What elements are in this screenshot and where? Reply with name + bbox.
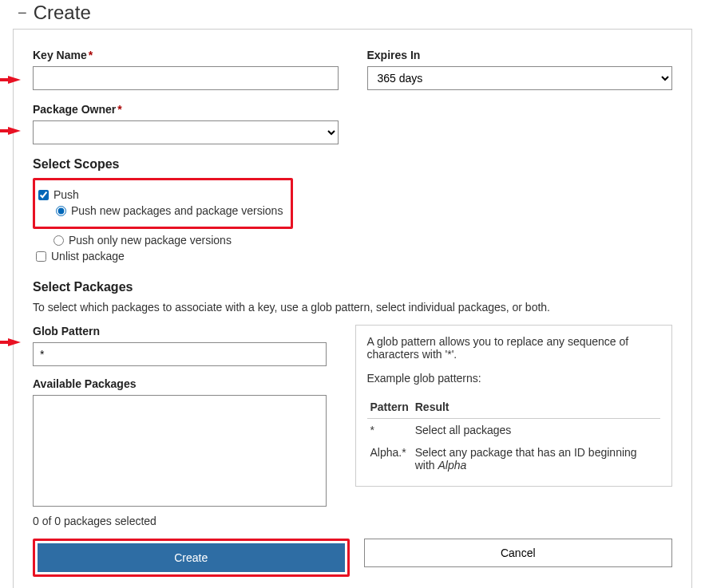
package-owner-select[interactable]: [33, 120, 339, 144]
cancel-button[interactable]: Cancel: [364, 539, 673, 567]
create-panel: Key Name* Expires In 365 days Package Ow…: [13, 29, 692, 588]
push-only-radio[interactable]: [53, 235, 64, 246]
selected-count: 0 of 0 packages selected: [33, 515, 327, 527]
page-title: Create: [34, 2, 91, 24]
key-name-input[interactable]: [33, 66, 339, 90]
push-label: Push: [53, 188, 79, 201]
pattern-cell: Alpha.*: [367, 441, 412, 476]
available-packages-label: Available Packages: [33, 377, 327, 390]
push-checkbox[interactable]: [38, 190, 49, 200]
required-indicator: *: [117, 103, 121, 116]
create-button-highlight: Create: [33, 539, 350, 577]
required-indicator: *: [89, 49, 93, 61]
push-new-radio[interactable]: [56, 206, 66, 216]
pattern-cell: *: [367, 419, 412, 442]
select-scopes-heading: Select Scopes: [33, 157, 672, 172]
result-cell: Select any package that has an ID beginn…: [412, 441, 660, 476]
table-row: * Select all packages: [367, 419, 661, 442]
key-name-label: Key Name*: [33, 49, 339, 61]
create-button[interactable]: Create: [38, 543, 345, 572]
push-only-label: Push only new package versions: [69, 234, 232, 247]
select-packages-desc: To select which packages to associate wi…: [33, 301, 672, 314]
expires-in-select[interactable]: 365 days: [367, 66, 673, 90]
unlist-label: Unlist package: [51, 250, 125, 262]
glob-pattern-input[interactable]: [33, 342, 327, 366]
select-packages-heading: Select Packages: [33, 280, 672, 294]
unlist-checkbox[interactable]: [36, 251, 46, 262]
result-cell: Select all packages: [412, 419, 660, 442]
scopes-highlight-box: Push Push new packages and package versi…: [33, 178, 293, 229]
glob-help-panel: A glob pattern allows you to replace any…: [355, 325, 673, 487]
package-owner-label: Package Owner*: [33, 103, 339, 116]
push-new-label: Push new packages and package versions: [71, 204, 283, 217]
glob-help-text-2: Example glob patterns:: [367, 372, 661, 385]
collapse-icon[interactable]: −: [18, 5, 27, 21]
available-packages-box[interactable]: [33, 395, 327, 507]
table-row: Alpha.* Select any package that has an I…: [367, 441, 661, 476]
pattern-col-header: Pattern: [367, 396, 412, 419]
glob-pattern-table: Pattern Result * Select all packages Alp…: [367, 396, 661, 476]
glob-pattern-label: Glob Pattern: [33, 325, 327, 337]
result-col-header: Result: [412, 396, 660, 419]
glob-help-text-1: A glob pattern allows you to replace any…: [367, 335, 661, 361]
expires-in-label: Expires In: [367, 49, 673, 61]
